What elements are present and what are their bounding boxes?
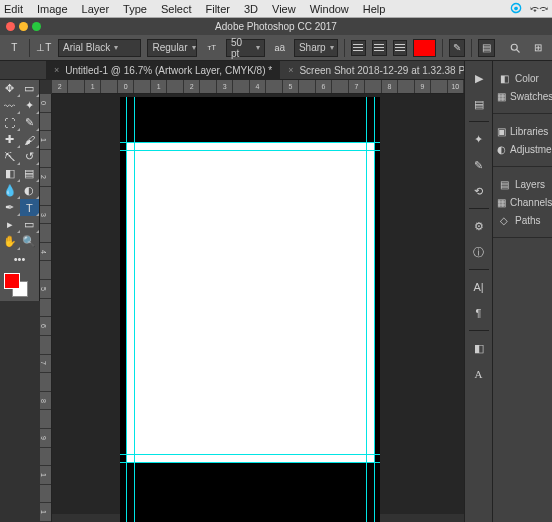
- marquee-tool[interactable]: ▭: [20, 80, 40, 97]
- channels-icon: ▦: [497, 195, 506, 209]
- panel-label: Paths: [515, 215, 541, 226]
- panel-label: Color: [515, 73, 539, 84]
- font-size-icon: тT: [203, 39, 220, 57]
- brush-tool[interactable]: 🖌: [20, 131, 40, 148]
- guide-horizontal[interactable]: [120, 462, 380, 463]
- panel-channels[interactable]: ▦Channels: [493, 193, 552, 211]
- panel-layers[interactable]: ▤Layers: [493, 175, 552, 193]
- right-dock: ▶ ▤ ✦ ✎ ⟲ ⚙ ⓘ A| ¶ ◧ A: [464, 61, 492, 522]
- info-icon[interactable]: ⓘ: [470, 243, 488, 261]
- guide-horizontal[interactable]: [120, 150, 380, 151]
- clone-stamp-tool[interactable]: ⛏: [0, 148, 20, 165]
- font-size-dropdown[interactable]: 50 pt▾: [226, 39, 265, 57]
- tab-untitled[interactable]: × Untitled-1 @ 16.7% (Artwork Layer, CMY…: [46, 61, 280, 80]
- font-size-value: 50 pt: [231, 37, 252, 59]
- menu-layer[interactable]: Layer: [82, 3, 110, 15]
- character-icon[interactable]: A|: [470, 278, 488, 296]
- more-tools[interactable]: •••: [0, 250, 39, 267]
- window-close-button[interactable]: [6, 22, 15, 31]
- panel-label: Swatches: [510, 91, 552, 102]
- menu-edit[interactable]: Edit: [4, 3, 23, 15]
- healing-brush-tool[interactable]: ✚: [0, 131, 20, 148]
- menu-image[interactable]: Image: [37, 3, 68, 15]
- vertical-ruler[interactable]: 012345678911: [40, 94, 52, 522]
- lasso-tool[interactable]: 〰: [0, 97, 20, 114]
- antialias-label: aa: [271, 39, 288, 57]
- svg-point-0: [511, 44, 517, 50]
- menu-window[interactable]: Window: [310, 3, 349, 15]
- font-family-dropdown[interactable]: Arial Black▾: [58, 39, 142, 57]
- menu-type[interactable]: Type: [123, 3, 147, 15]
- close-tab-icon[interactable]: ×: [54, 65, 59, 75]
- share-icon[interactable]: ⤽⤼: [530, 2, 548, 15]
- guide-vertical[interactable]: [134, 97, 135, 522]
- blur-tool[interactable]: 💧: [0, 182, 20, 199]
- app-titlebar: Adobe Photoshop CC 2017: [0, 18, 552, 35]
- document-canvas[interactable]: [120, 97, 380, 522]
- panel-swatches[interactable]: ▦Swatches: [493, 87, 552, 105]
- share-export-icon[interactable]: ⊞: [529, 39, 546, 57]
- pen-tool[interactable]: ✒: [0, 199, 20, 216]
- align-right-button[interactable]: [393, 40, 408, 56]
- panel-paths[interactable]: ◇Paths: [493, 211, 552, 229]
- antialias-dropdown[interactable]: Sharp▾: [294, 39, 338, 57]
- guide-vertical[interactable]: [126, 97, 127, 522]
- color-controls: [0, 271, 39, 301]
- panel-color[interactable]: ◧Color: [493, 69, 552, 87]
- eraser-tool[interactable]: ◧: [0, 165, 20, 182]
- paragraph-icon[interactable]: ¶: [470, 304, 488, 322]
- menu-filter[interactable]: Filter: [206, 3, 230, 15]
- gradient-tool[interactable]: ▤: [20, 165, 40, 182]
- move-tool[interactable]: ✥: [0, 80, 20, 97]
- close-tab-icon[interactable]: ×: [288, 65, 293, 75]
- horizontal-ruler[interactable]: 21012345678910: [52, 80, 464, 94]
- guide-vertical[interactable]: [374, 97, 375, 522]
- eyedropper-tool[interactable]: ✎: [20, 114, 40, 131]
- align-left-button[interactable]: [351, 40, 366, 56]
- foreground-color[interactable]: [4, 273, 20, 289]
- guide-vertical[interactable]: [366, 97, 367, 522]
- brushes-icon[interactable]: ✦: [470, 130, 488, 148]
- guide-horizontal[interactable]: [120, 454, 380, 455]
- text-orientation-icon[interactable]: ⊥T: [35, 39, 52, 57]
- history-icon[interactable]: ▤: [470, 95, 488, 113]
- dodge-tool[interactable]: ◐: [20, 182, 40, 199]
- type-tool[interactable]: T: [20, 199, 40, 216]
- artboard[interactable]: [126, 142, 374, 462]
- menu-select[interactable]: Select: [161, 3, 192, 15]
- brush-settings-icon[interactable]: ✎: [470, 156, 488, 174]
- crop-tool[interactable]: ⛶: [0, 114, 20, 131]
- quick-select-tool[interactable]: ✦: [20, 97, 40, 114]
- window-minimize-button[interactable]: [19, 22, 28, 31]
- play-icon[interactable]: ▶: [470, 69, 488, 87]
- glyphs-icon[interactable]: A: [470, 365, 488, 383]
- styles-icon[interactable]: ◧: [470, 339, 488, 357]
- zoom-tool[interactable]: 🔍: [20, 233, 40, 250]
- text-color-swatch[interactable]: [413, 39, 435, 57]
- clone-source-icon[interactable]: ⟲: [470, 182, 488, 200]
- panel-label: Layers: [515, 179, 545, 190]
- font-style-value: Regular: [152, 42, 187, 53]
- path-select-tool[interactable]: ▸: [0, 216, 20, 233]
- font-style-dropdown[interactable]: Regular▾: [147, 39, 197, 57]
- tool-preset-icon[interactable]: T: [6, 39, 23, 57]
- search-icon[interactable]: [507, 39, 524, 57]
- hand-tool[interactable]: ✋: [0, 233, 20, 250]
- panel-adjustments[interactable]: ◐Adjustment...: [493, 140, 552, 158]
- menu-view[interactable]: View: [272, 3, 296, 15]
- warp-text-button[interactable]: ✎: [449, 39, 466, 57]
- menu-help[interactable]: Help: [363, 3, 386, 15]
- panel-libraries[interactable]: ▣Libraries: [493, 122, 552, 140]
- properties-icon[interactable]: ⚙: [470, 217, 488, 235]
- canvas-area[interactable]: [52, 94, 464, 514]
- skype-icon[interactable]: ⦿: [510, 2, 522, 16]
- history-brush-tool[interactable]: ↺: [20, 148, 40, 165]
- window-zoom-button[interactable]: [32, 22, 41, 31]
- align-center-button[interactable]: [372, 40, 387, 56]
- panels-dock: ◧Color ▦Swatches ▣Libraries ◐Adjustment.…: [492, 61, 552, 522]
- character-panel-button[interactable]: ▤: [478, 39, 495, 57]
- menu-3d[interactable]: 3D: [244, 3, 258, 15]
- adjustments-icon: ◐: [497, 142, 506, 156]
- shape-tool[interactable]: ▭: [20, 216, 40, 233]
- guide-horizontal[interactable]: [120, 142, 380, 143]
